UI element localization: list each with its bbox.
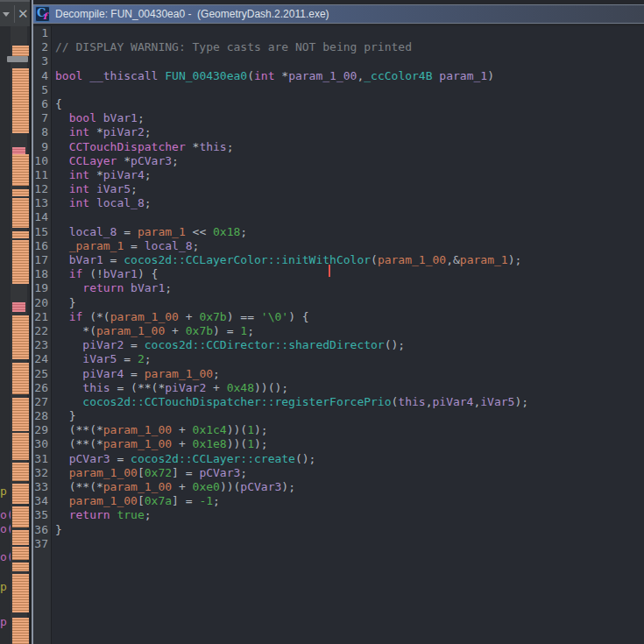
- code-token: bVar1: [69, 253, 103, 266]
- code-token: 0x7a: [145, 494, 172, 507]
- code-token: *: [274, 69, 288, 82]
- code-line[interactable]: CCLayer *pCVar3;: [55, 154, 644, 168]
- code-line[interactable]: param_1_00[0x72] = pCVar3;: [55, 466, 644, 480]
- code-area[interactable]: // DISPLAY WARNING: Type casts are NOT b…: [52, 26, 644, 644]
- minimap-block: [12, 315, 29, 359]
- code-line[interactable]: (**(*param_1_00 + 0x1c4))(1);: [55, 423, 644, 437]
- code-token: [55, 253, 69, 266]
- code-line[interactable]: piVar4 = param_1_00;: [55, 367, 644, 381]
- code-line[interactable]: *(param_1_00 + 0x7b) = 1;: [55, 324, 644, 338]
- code-line[interactable]: }: [55, 409, 644, 423]
- code-token: 0x48: [227, 381, 254, 394]
- code-line[interactable]: if (!bVar1) {: [55, 267, 644, 281]
- code-line[interactable]: }: [55, 523, 644, 537]
- line-number: 27: [33, 395, 51, 409]
- minimap-block: [12, 240, 29, 284]
- header-divider: [14, 5, 15, 23]
- code-token: param_1_00: [69, 466, 138, 479]
- code-line[interactable]: cocos2d::CCTouchDispatcher::registerForc…: [55, 395, 644, 409]
- minimap-block: [12, 302, 25, 312]
- code-line[interactable]: (**(*param_1_00 + 0xe0))(pCVar3);: [55, 480, 644, 494]
- code-token: ] =: [172, 466, 199, 479]
- dropdown-caret-icon[interactable]: [3, 12, 10, 17]
- code-token: *: [89, 125, 103, 138]
- code-line[interactable]: int *piVar4;: [55, 168, 644, 182]
- code-token: =: [124, 367, 144, 380]
- code-token: param_1_00: [69, 494, 138, 507]
- code-line[interactable]: iVar5 = 2;: [55, 352, 644, 366]
- code-token: [124, 281, 131, 294]
- code-token: *: [117, 154, 131, 167]
- code-line[interactable]: if (*(param_1_00 + 0x7b) == '\0') {: [55, 310, 644, 324]
- code-line[interactable]: pCVar3 = cocos2d::CCLayer::create();: [55, 452, 644, 466]
- code-line[interactable]: }: [55, 296, 644, 310]
- code-token: 0x1e8: [193, 437, 227, 450]
- code-token: _ccColor4B: [364, 69, 432, 82]
- line-number: 19: [33, 281, 51, 295]
- code-line[interactable]: (**(*param_1_00 + 0x1e8))(1);: [55, 437, 644, 451]
- code-token: param_1_00: [103, 423, 172, 436]
- decompiler-function-icon: C f: [35, 6, 50, 22]
- code-line[interactable]: bool __thiscall FUN_00430ea0(int *param_…: [55, 69, 644, 83]
- code-line[interactable]: int iVar5;: [55, 182, 644, 196]
- code-line[interactable]: [55, 26, 644, 40]
- code-token: ();: [295, 452, 315, 465]
- code-token: int: [69, 196, 89, 209]
- code-token: return: [69, 508, 110, 521]
- code-line[interactable]: param_1_00[0x7a] = -1;: [55, 494, 644, 508]
- code-token: (**(*: [55, 480, 103, 493]
- code-line[interactable]: bVar1 = cocos2d::CCLayerColor::initWithC…: [55, 253, 644, 267]
- code-line[interactable]: [55, 537, 644, 551]
- code-line[interactable]: // DISPLAY WARNING: Type casts are NOT b…: [55, 40, 644, 54]
- code-line[interactable]: [55, 54, 644, 68]
- line-number: 24: [33, 352, 51, 366]
- code-token: [55, 494, 69, 507]
- code-token: 2: [138, 352, 145, 365]
- minimap-block: [12, 363, 29, 394]
- code-line[interactable]: int local_8;: [55, 196, 644, 210]
- decompile-titlebar[interactable]: C f Decompile: FUN_00430ea0 - (GeometryD…: [33, 4, 644, 24]
- minimap-block: [12, 398, 29, 431]
- code-line[interactable]: int *piVar2;: [55, 125, 644, 139]
- code-line[interactable]: [55, 83, 644, 97]
- code-line[interactable]: return true;: [55, 508, 644, 522]
- scrollbar-thumb[interactable]: [7, 56, 28, 62]
- code-token: [55, 225, 69, 238]
- code-line[interactable]: piVar2 = cocos2d::CCDirector::sharedDire…: [55, 338, 644, 352]
- code-line[interactable]: _param_1 = local_8;: [55, 239, 644, 253]
- code-token: int: [69, 168, 89, 181]
- code-token: {: [55, 97, 62, 110]
- code-token: +: [165, 324, 185, 337]
- line-number: 12: [33, 182, 51, 196]
- close-icon[interactable]: ✕: [18, 3, 29, 25]
- code-token: (: [371, 253, 378, 266]
- code-token: cocos2d::CCLayerColor::initWit: [124, 253, 329, 266]
- code-token: [55, 395, 82, 408]
- code-token: (: [247, 69, 254, 82]
- code-token: +: [206, 381, 226, 394]
- line-number: 32: [33, 466, 51, 480]
- code-token: [55, 168, 69, 181]
- code-token: ))();: [254, 381, 288, 394]
- code-token: param_1_00: [103, 437, 172, 450]
- line-number: 36: [33, 523, 51, 537]
- code-line[interactable]: this = (**(*piVar2 + 0x48))();: [55, 381, 644, 395]
- code-token: =: [124, 239, 144, 252]
- line-number: 10: [33, 154, 51, 168]
- line-number: 34: [33, 494, 51, 508]
- code-token: [82, 69, 89, 82]
- code-line[interactable]: CCTouchDispatcher *this;: [55, 140, 644, 154]
- clipped-code-fragment: o(: [0, 522, 11, 536]
- code-line[interactable]: local_8 = param_1 << 0x18;: [55, 225, 644, 239]
- code-line[interactable]: {: [55, 97, 644, 111]
- code-line[interactable]: bool bVar1;: [55, 111, 644, 125]
- code-token: );: [281, 480, 295, 493]
- code-line[interactable]: [55, 210, 644, 224]
- code-token: param_1_00: [145, 367, 213, 380]
- code-token: if: [69, 310, 83, 323]
- code-token: piVar4: [82, 367, 124, 380]
- code-token: +: [179, 310, 199, 323]
- code-line[interactable]: return bVar1;: [55, 281, 644, 295]
- minimap-block: [12, 530, 29, 545]
- code-token: 0x1c4: [193, 423, 227, 436]
